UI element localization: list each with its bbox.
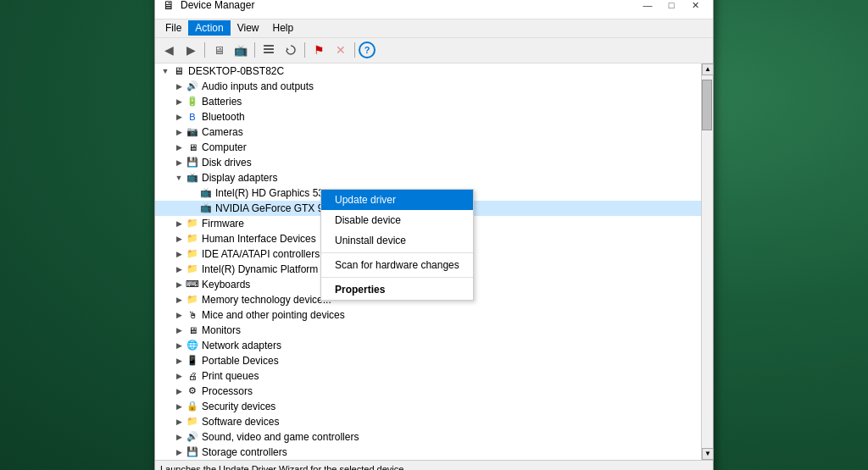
item-label: NVIDIA GeForce GTX 96... — [215, 202, 337, 214]
mice-icon: 🖱 — [186, 308, 199, 322]
svg-rect-1 — [264, 48, 274, 50]
tree-item-mice[interactable]: ▶ 🖱 Mice and other pointing devices — [155, 307, 701, 323]
toolbar-flag-button[interactable]: ⚑ — [309, 40, 329, 60]
toolbar-back-button[interactable]: ◀ — [159, 40, 179, 60]
expand-icon[interactable]: ▶ — [172, 80, 186, 93]
tree-item-disk[interactable]: ▶ 💾 Disk drives — [155, 155, 701, 170]
expand-icon[interactable]: ▶ — [172, 384, 186, 398]
dynamic-icon: 📁 — [186, 263, 199, 276]
toolbar-settings-button[interactable] — [259, 40, 279, 60]
toolbar-computer-button[interactable]: 🖥 — [209, 40, 229, 60]
disk-icon: 💾 — [186, 156, 199, 169]
item-label: Print queues — [202, 370, 259, 382]
intel-graphics-icon: 📺 — [199, 186, 213, 200]
menu-view[interactable]: View — [231, 20, 266, 36]
tree-item-batteries[interactable]: ▶ 🔋 Batteries — [155, 94, 701, 109]
keyboards-icon: ⌨ — [186, 278, 199, 291]
item-label: Portable Devices — [202, 355, 279, 367]
tree-root[interactable]: ▼ 🖥 DESKTOP-0BST82C — [155, 64, 701, 79]
title-bar: 🖥 Device Manager — □ ✕ — [155, 0, 713, 19]
tree-item-security[interactable]: ▶ 🔒 Security devices — [155, 399, 701, 414]
expand-icon[interactable]: ▶ — [172, 156, 186, 169]
menu-bar: File Action View Help — [155, 19, 713, 38]
firmware-icon: 📁 — [186, 217, 199, 230]
item-label: IDE ATA/ATAPI controllers — [202, 248, 320, 260]
expand-icon[interactable]: ▶ — [172, 339, 186, 352]
security-icon: 🔒 — [186, 400, 199, 413]
ctx-scan-changes[interactable]: Scan for hardware changes — [321, 255, 473, 275]
device-manager-window: 🖥 Device Manager — □ ✕ File Action View … — [154, 0, 714, 470]
tree-item-monitors[interactable]: ▶ 🖥 Monitors — [155, 323, 701, 338]
expand-icon[interactable]: ▼ — [172, 171, 186, 185]
expand-icon[interactable]: ▶ — [172, 308, 186, 322]
maximize-button[interactable]: □ — [660, 0, 682, 14]
expand-icon[interactable]: ▶ — [172, 247, 186, 261]
expand-icon[interactable]: ▶ — [172, 293, 186, 307]
scroll-track[interactable] — [702, 75, 713, 448]
minimize-button[interactable]: — — [637, 0, 659, 14]
item-label: Computer — [202, 141, 247, 153]
expand-icon[interactable]: ▶ — [172, 400, 186, 413]
computer-icon: 🖥 — [186, 141, 199, 154]
toolbar-sep-4 — [354, 42, 355, 58]
toolbar-help-button[interactable]: ? — [359, 41, 376, 58]
toolbar-forward-button[interactable]: ▶ — [181, 40, 201, 60]
ide-icon: 📁 — [186, 247, 199, 261]
toolbar-monitor-button[interactable]: 📺 — [231, 40, 251, 60]
scroll-up-button[interactable]: ▲ — [702, 64, 714, 75]
item-label: Bluetooth — [202, 111, 245, 123]
expand-icon[interactable]: ▶ — [172, 110, 186, 124]
item-label: Firmware — [202, 218, 244, 229]
tree-item-audio[interactable]: ▶ 🔊 Audio inputs and outputs — [155, 79, 701, 94]
ctx-separator — [321, 252, 473, 253]
expand-icon[interactable]: ▶ — [172, 323, 186, 337]
monitors-icon: 🖥 — [186, 323, 199, 337]
window-icon: 🖥 — [162, 0, 175, 12]
item-label: Sound, video and game controllers — [202, 431, 359, 443]
ctx-disable-device[interactable]: Disable device — [321, 210, 473, 230]
expand-icon[interactable]: ▶ — [172, 141, 186, 154]
tree-item-storage[interactable]: ▶ 💾 Storage controllers — [155, 445, 701, 460]
expand-icon[interactable]: ▶ — [172, 232, 186, 246]
menu-action[interactable]: Action — [188, 20, 230, 36]
scroll-thumb[interactable] — [702, 80, 712, 130]
svg-rect-0 — [264, 45, 274, 47]
tree-item-portable[interactable]: ▶ 📱 Portable Devices — [155, 353, 701, 368]
expand-icon[interactable]: ▶ — [172, 415, 186, 429]
expand-icon[interactable]: ▶ — [172, 430, 186, 444]
expand-icon[interactable]: ▶ — [172, 217, 186, 230]
tree-item-print[interactable]: ▶ 🖨 Print queues — [155, 368, 701, 384]
ctx-uninstall-device[interactable]: Uninstall device — [321, 230, 473, 251]
tree-item-bluetooth[interactable]: ▶ B Bluetooth — [155, 109, 701, 124]
tree-item-display-adapters[interactable]: ▼ 📺 Display adapters — [155, 170, 701, 185]
menu-help[interactable]: Help — [266, 20, 301, 36]
ctx-properties[interactable]: Properties — [321, 279, 473, 300]
toolbar-scan-button[interactable] — [281, 40, 301, 60]
tree-item-network[interactable]: ▶ 🌐 Network adapters — [155, 338, 701, 353]
tree-item-computer[interactable]: ▶ 🖥 Computer — [155, 140, 701, 155]
toolbar-x-button[interactable]: ✕ — [331, 40, 351, 60]
scrollbar[interactable]: ▲ ▼ — [701, 64, 713, 460]
expand-icon[interactable]: ▶ — [172, 445, 186, 459]
tree-item-sound[interactable]: ▶ 🔊 Sound, video and game controllers — [155, 429, 701, 445]
expand-icon[interactable]: ▶ — [172, 125, 186, 139]
expand-icon[interactable]: ▶ — [172, 263, 186, 276]
expand-icon[interactable]: ▶ — [172, 354, 186, 368]
item-label: Batteries — [202, 96, 242, 108]
expand-icon[interactable]: ▶ — [172, 369, 186, 383]
ctx-update-driver[interactable]: Update driver — [321, 190, 473, 210]
scroll-down-button[interactable]: ▼ — [702, 448, 714, 460]
item-label: Disk drives — [202, 157, 252, 169]
tree-item-software[interactable]: ▶ 📁 Software devices — [155, 414, 701, 429]
close-button[interactable]: ✕ — [684, 0, 706, 14]
batteries-icon: 🔋 — [186, 95, 199, 108]
expand-placeholder — [186, 202, 199, 215]
tree-item-cameras[interactable]: ▶ 📷 Cameras — [155, 124, 701, 140]
expand-icon[interactable]: ▼ — [159, 64, 172, 78]
tree-item-processors[interactable]: ▶ ⚙ Processors — [155, 384, 701, 399]
tree-pane[interactable]: ▼ 🖥 DESKTOP-0BST82C ▶ 🔊 Audio inputs and… — [155, 64, 701, 460]
menu-file[interactable]: File — [159, 20, 188, 36]
expand-icon[interactable]: ▶ — [172, 95, 186, 108]
status-bar: Launches the Update Driver Wizard for th… — [155, 460, 713, 471]
expand-icon[interactable]: ▶ — [172, 278, 186, 291]
